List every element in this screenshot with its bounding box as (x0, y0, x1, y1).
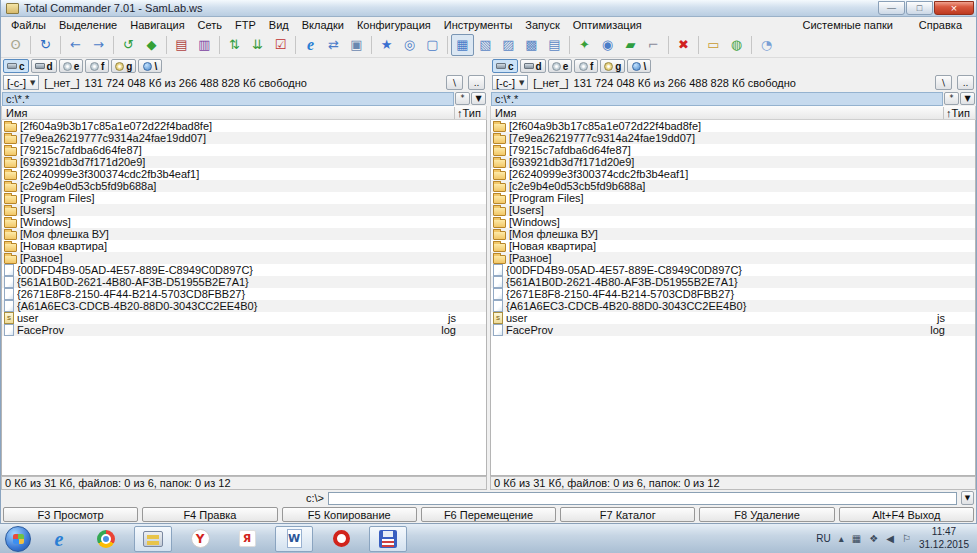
command-input[interactable] (328, 492, 957, 505)
favorites-button[interactable]: * (455, 92, 470, 105)
file-row[interactable]: [Разное] (491, 252, 975, 264)
taskbar-chrome[interactable] (87, 526, 125, 552)
file-row[interactable]: [Windows] (491, 216, 975, 228)
taskbar-ie[interactable]: e (40, 526, 78, 552)
paint-icon[interactable]: ✦ (573, 34, 596, 56)
file-row[interactable]: [7e9ea26219777c9314a24fae19dd07] (2, 132, 486, 144)
sort-icon[interactable]: ⇊ (246, 34, 269, 56)
chart-icon[interactable]: ▰ (619, 34, 642, 56)
drive-c-button[interactable]: c (3, 59, 29, 73)
path-bar[interactable]: c:\*.* (2, 92, 454, 106)
sync-dirs-icon[interactable]: ⇅ (223, 34, 246, 56)
f6-move-button[interactable]: F6 Перемещение (421, 507, 556, 522)
file-row[interactable]: [Новая квартира] (2, 240, 486, 252)
parent-dir-button[interactable]: .. (468, 75, 485, 90)
root-dir-button[interactable]: \ (446, 75, 463, 90)
network-tray-icon[interactable]: ▦ (852, 533, 861, 544)
menu-item-right[interactable]: Системные папки (797, 19, 899, 31)
file-row[interactable]: {2671E8F8-2150-4F44-B214-5703CD8FBB27} (491, 288, 975, 300)
taskbar-word[interactable]: W (275, 526, 313, 552)
f5-copy-button[interactable]: F5 Копирование (282, 507, 417, 522)
drive-d-button[interactable]: d (520, 59, 546, 73)
history-button[interactable]: ▼ (960, 92, 975, 105)
file-row[interactable]: {561A1B0D-2621-4B80-AF3B-D51955B2E7A1} (491, 276, 975, 288)
drive-selector[interactable]: [-c-] ▼ (492, 75, 528, 90)
file-row[interactable]: user js (2, 312, 486, 324)
drive-e-button[interactable]: e (548, 59, 573, 73)
column-header-type[interactable]: ↑Тип (454, 107, 486, 119)
altf4-exit-button[interactable]: Alt+F4 Выход (839, 507, 974, 522)
help-icon[interactable]: ◔ (755, 34, 778, 56)
menu-item[interactable]: Навигация (124, 19, 190, 31)
history-button[interactable]: ▼ (471, 92, 486, 105)
taskbar-save-app[interactable] (369, 526, 407, 552)
update-tray-icon[interactable]: ❖ (869, 533, 878, 544)
ftp-icon[interactable]: ⇄ (322, 34, 345, 56)
archive-icon[interactable]: ▥ (193, 34, 216, 56)
file-row[interactable]: {A61A6EC3-CDCB-4B20-88D0-3043CC2EE4B0} (491, 300, 975, 312)
file-row[interactable]: {2671E8F8-2150-4F44-B214-5703CD8FBB27} (2, 288, 486, 300)
back-icon[interactable]: ← (64, 34, 87, 56)
file-row[interactable]: user js (491, 312, 975, 324)
view-comments-icon[interactable]: ▩ (520, 34, 543, 56)
drive-g-button[interactable]: g (111, 59, 136, 73)
column-header-name[interactable]: Имя (2, 107, 454, 119)
recycle-icon[interactable]: ↺ (117, 34, 140, 56)
lamp-icon[interactable]: ʘ (4, 34, 27, 56)
file-row[interactable]: [79215c7afdba6d64fe87] (2, 144, 486, 156)
file-row[interactable]: [7e9ea26219777c9314a24fae19dd07] (491, 132, 975, 144)
file-row[interactable]: [2f604a9b3b17c85a1e072d22f4bad8fe] (2, 120, 486, 132)
language-indicator[interactable]: RU (816, 533, 830, 544)
taskbar-opera[interactable] (322, 526, 360, 552)
delete-icon[interactable]: ✖ (672, 34, 695, 56)
new-window-icon[interactable]: ▢ (421, 34, 444, 56)
file-row[interactable]: [26240999e3f300374cdc2fb3b4eaf1] (2, 168, 486, 180)
minimize-button[interactable]: — (878, 1, 905, 15)
file-row[interactable]: [693921db3d7f171d20e9] (491, 156, 975, 168)
f3-view-button[interactable]: F3 Просмотр (3, 507, 138, 522)
maximize-button[interactable]: □ (906, 1, 933, 15)
menu-item[interactable]: Вкладки (296, 19, 350, 31)
file-row[interactable]: [79215c7afdba6d64fe87] (491, 144, 975, 156)
file-row[interactable]: {A61A6EC3-CDCB-4B20-88D0-3043CC2EE4B0} (2, 300, 486, 312)
menu-item-right[interactable]: Справка (913, 19, 968, 31)
favorites-star-icon[interactable]: ★ (375, 34, 398, 56)
users-icon[interactable]: ◉ (596, 34, 619, 56)
f7-mkdir-button[interactable]: F7 Каталог (560, 507, 695, 522)
file-row[interactable]: [Новая квартира] (491, 240, 975, 252)
action-center-flag-icon[interactable]: ⚐ (902, 533, 911, 544)
file-row[interactable]: {00DFD4B9-05AD-4E57-889E-C8949C0D897C} (491, 264, 975, 276)
f4-edit-button[interactable]: F4 Правка (142, 507, 277, 522)
drive-selector[interactable]: [-c-] ▼ (3, 75, 39, 90)
drive-g-button[interactable]: g (600, 59, 625, 73)
winrar-icon[interactable]: ▤ (170, 34, 193, 56)
file-row[interactable]: {561A1B0D-2621-4B80-AF3B-D51955B2E7A1} (2, 276, 486, 288)
file-row[interactable]: [Users] (2, 204, 486, 216)
menu-item[interactable]: Инструменты (438, 19, 519, 31)
column-header-type[interactable]: ↑Тип (943, 107, 975, 119)
drive-f-button[interactable]: f (85, 59, 109, 73)
key-icon[interactable]: ⌐ (642, 34, 665, 56)
defrag-icon[interactable]: ◍ (725, 34, 748, 56)
file-row[interactable]: [Windows] (2, 216, 486, 228)
file-row[interactable]: [Program Files] (491, 192, 975, 204)
drive-f-button[interactable]: f (574, 59, 598, 73)
parent-dir-button[interactable]: .. (957, 75, 974, 90)
f8-delete-button[interactable]: F8 Удаление (699, 507, 834, 522)
folder-config-icon[interactable]: ▭ (702, 34, 725, 56)
taskbar-yandex-browser[interactable]: Y (181, 526, 219, 552)
file-row[interactable]: [26240999e3f300374cdc2fb3b4eaf1] (491, 168, 975, 180)
command-history-button[interactable]: ▼ (961, 491, 974, 505)
favorites-button[interactable]: * (944, 92, 959, 105)
file-row[interactable]: [Разное] (2, 252, 486, 264)
drive-d-button[interactable]: d (31, 59, 57, 73)
start-button[interactable] (5, 526, 31, 552)
shield-icon[interactable]: ◆ (140, 34, 163, 56)
path-bar[interactable]: c:\*.* (491, 92, 943, 106)
file-row[interactable]: FaceProv log (491, 324, 975, 336)
root-dir-button[interactable]: \ (935, 75, 952, 90)
search-icon[interactable]: ◎ (398, 34, 421, 56)
column-header-name[interactable]: Имя (491, 107, 943, 119)
file-row[interactable]: [Program Files] (2, 192, 486, 204)
file-row[interactable]: [Моя флешка ВУ] (491, 228, 975, 240)
